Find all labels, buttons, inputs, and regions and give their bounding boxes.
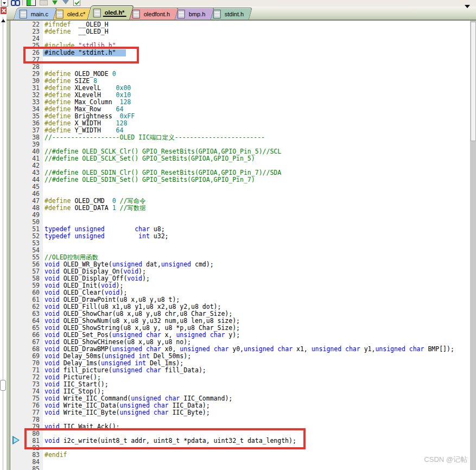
annotation-box-i2c-write	[24, 428, 306, 449]
tab-overflow-chevron-icon[interactable]	[465, 5, 470, 8]
code-line-38[interactable]: 38//------------------OLED IIC端口定义------…	[10, 134, 470, 141]
document-icon	[20, 10, 27, 18]
left-panel-button[interactable]	[0, 380, 6, 391]
scrollbar-thumb[interactable]	[471, 22, 476, 141]
scroll-up-icon[interactable]	[1, 17, 5, 22]
configure-check-icon[interactable]	[73, 0, 80, 6]
code-line-52[interactable]: 52typedef unsigned int u32;	[10, 233, 470, 240]
code-text: //#define OLED_SCLK_Set() GPIO_SetBits(G…	[43, 155, 255, 162]
tab-stdint.h[interactable]: stdint.h	[207, 8, 252, 20]
code-line-77[interactable]: 77void Write_IIC_Byte(unsigned char IIC_…	[10, 409, 470, 416]
annotation-box-include-stdint	[23, 47, 139, 63]
code-editor[interactable]: 22#ifndef __OLED_H23#define __OLED_H2425…	[10, 21, 470, 470]
watermark: CSDN @记帖	[424, 455, 467, 465]
tab-label: oled.c*	[66, 11, 87, 17]
tab-oled.h[interactable]: oled.h*	[87, 5, 134, 20]
tab-oledfont.h[interactable]: oledfont.h	[126, 8, 179, 20]
document-icon	[93, 9, 101, 17]
document-icon	[56, 10, 64, 18]
find-in-files-icon[interactable]	[11, 0, 20, 6]
code-line-83[interactable]: 83#endif	[10, 452, 470, 459]
code-line-48[interactable]: 48#define OLED_DATA 1 //写数据	[10, 205, 470, 212]
code-text: #endif	[43, 452, 67, 459]
code-text: #define __OLED_H	[43, 28, 109, 35]
code-text	[43, 212, 45, 219]
code-text	[43, 466, 45, 470]
close-icon[interactable]	[0, 7, 7, 15]
code-line-49[interactable]: 49	[10, 212, 470, 219]
download-flash-icon[interactable]	[27, 0, 36, 6]
code-line-53[interactable]: 53	[10, 240, 470, 247]
document-icon	[132, 10, 140, 18]
code-text: //------------------OLED IIC端口定义--------…	[43, 134, 265, 141]
code-text: typedef unsigned int u32;	[43, 233, 169, 240]
code-text	[43, 183, 45, 190]
code-text: #define OLED_DATA 1 //写数据	[43, 205, 146, 212]
code-lines: 22#ifndef __OLED_H23#define __OLED_H2425…	[10, 21, 470, 470]
code-text	[43, 459, 45, 466]
vertical-scrollbar[interactable]	[470, 21, 476, 470]
document-icon	[213, 10, 220, 18]
tab-label: bmp.h	[187, 11, 207, 17]
code-line-45[interactable]: 45	[10, 183, 470, 190]
document-icon	[177, 10, 185, 18]
search-combo[interactable]	[1, 0, 8, 7]
code-text: void Write_IIC_Byte(unsigned char IIC_By…	[43, 409, 210, 416]
code-line-85[interactable]: 85	[10, 466, 470, 470]
code-text	[43, 240, 45, 247]
tab-bar: main.coled.c*oled.h*oledfont.hbmp.hstdin…	[7, 7, 476, 21]
toolbar-separator	[22, 0, 23, 5]
code-line-84[interactable]: 84	[10, 459, 470, 466]
code-text: //#define OLED_SDIN_Set() GPIO_SetBits(G…	[43, 176, 255, 183]
tab-label: stdint.h	[223, 11, 245, 17]
tab-label: oled.h*	[103, 9, 126, 17]
tab-label: oledfont.h	[142, 11, 172, 17]
filter-icon[interactable]	[62, 0, 69, 4]
code-line-23[interactable]: 23#define __OLED_H	[10, 28, 470, 35]
line-number[interactable]: 85	[10, 466, 43, 470]
editor-frame	[7, 21, 10, 470]
disabled-button-icon	[40, 0, 48, 5]
tab-label: main.c	[29, 11, 50, 17]
code-line-44[interactable]: 44//#define OLED_SDIN_Set() GPIO_SetBits…	[10, 176, 470, 183]
tab-main.c[interactable]: main.c	[14, 8, 58, 20]
code-line-41[interactable]: 41//#define OLED_SCLK_Set() GPIO_SetBits…	[10, 155, 470, 162]
margin-marker-icon-fill	[14, 437, 18, 443]
